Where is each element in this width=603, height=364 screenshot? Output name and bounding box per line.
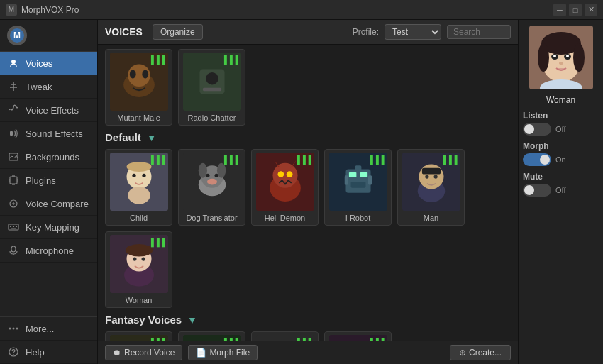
svg-point-26 bbox=[128, 187, 150, 204]
sidebar-logo: M bbox=[0, 20, 97, 52]
dwarf-thumb: ▐▐▐ bbox=[110, 335, 168, 341]
sidebar-item-voice-compare[interactable]: Voice Compare bbox=[0, 192, 97, 216]
signal-icon: ▐▐▐ bbox=[367, 155, 384, 164]
voices-label: Voices bbox=[26, 58, 52, 69]
hell-demon-name: Hell Demon bbox=[255, 214, 315, 222]
key-mapping-label: Key Mapping bbox=[26, 222, 79, 233]
morph-track[interactable] bbox=[523, 153, 551, 166]
sidebar-bottom: More... Help bbox=[0, 316, 97, 364]
voice-card-giant[interactable]: ▐▐▐ Giant bbox=[251, 331, 319, 341]
svg-rect-8 bbox=[10, 226, 11, 227]
morph-toggle[interactable]: On bbox=[523, 153, 599, 166]
svg-point-56 bbox=[133, 257, 136, 260]
svg-point-83 bbox=[573, 43, 585, 72]
giant-thumb: ▐▐▐ bbox=[256, 335, 314, 341]
window-controls: ─ □ ✕ bbox=[553, 4, 597, 16]
section-fantasy-header: Fantasy Voices ▼ bbox=[105, 314, 511, 326]
sidebar-item-plugins[interactable]: Plugins bbox=[0, 169, 97, 192]
voice-card-dog-translator[interactable]: ▐▐▐ Dog Translator bbox=[178, 149, 245, 226]
svg-point-21 bbox=[142, 70, 148, 78]
sidebar-item-sound-effects[interactable]: Sound Effects bbox=[0, 122, 97, 145]
mute-track[interactable] bbox=[523, 184, 551, 197]
svg-rect-9 bbox=[13, 226, 14, 227]
dog-translator-thumb: ▐▐▐ bbox=[183, 153, 241, 211]
content-area: VOICES Organize Profile: Test ▐▐▐ bbox=[98, 20, 518, 364]
section-fantasy-title: Fantasy Voices bbox=[105, 314, 182, 326]
microphone-icon bbox=[7, 244, 20, 257]
man-name: Man bbox=[401, 214, 461, 222]
listen-toggle[interactable]: Off bbox=[523, 123, 599, 136]
sidebar-item-voices[interactable]: Voices bbox=[0, 52, 97, 75]
voice-compare-icon bbox=[7, 197, 20, 210]
radio-chatter-name: Radio Chatter bbox=[182, 114, 242, 122]
record-voice-button[interactable]: ⏺ Record Voice bbox=[105, 345, 182, 360]
voice-card-female-pixie[interactable]: ▐▐▐ Female Pixie bbox=[178, 331, 245, 341]
sidebar-item-backgrounds[interactable]: Backgrounds bbox=[0, 145, 97, 169]
i-robot-name: I Robot bbox=[328, 214, 388, 222]
voice-card-radio-chatter[interactable]: ▐▐▐ Radio Chatter bbox=[178, 49, 245, 126]
sidebar-item-more[interactable]: More... bbox=[0, 317, 97, 341]
svg-rect-42 bbox=[348, 172, 356, 177]
mute-state: Off bbox=[555, 186, 565, 194]
create-icon: ⊕ bbox=[459, 348, 466, 358]
child-name: Child bbox=[109, 214, 169, 222]
listen-label: Listen bbox=[523, 111, 599, 121]
record-icon: ⏺ bbox=[113, 348, 121, 358]
signal-icon: ▐▐▐ bbox=[294, 338, 311, 341]
radio-chatter-thumb: ▐▐▐ bbox=[183, 53, 241, 111]
mutant-male-name: Mutant Male bbox=[109, 114, 169, 122]
voice-card-woman[interactable]: ▐▐▐ Woman bbox=[105, 231, 172, 308]
svg-point-39 bbox=[277, 171, 284, 177]
svg-point-28 bbox=[142, 174, 145, 177]
voice-card-man[interactable]: ▐▐▐ Man bbox=[397, 149, 465, 226]
help-label: Help bbox=[26, 347, 45, 358]
voice-card-child[interactable]: ▐▐▐ Child bbox=[105, 149, 172, 226]
voice-card-hell-demon[interactable]: ▐▐▐ Hell Demon bbox=[251, 149, 319, 226]
search-input[interactable] bbox=[447, 25, 511, 39]
svg-rect-45 bbox=[344, 175, 348, 184]
voice-compare-label: Voice Compare bbox=[26, 199, 89, 209]
child-thumb: ▐▐▐ bbox=[110, 153, 168, 211]
minimize-button[interactable]: ─ bbox=[553, 4, 566, 16]
voice-card-dwarf[interactable]: ▐▐▐ Dwarf bbox=[105, 331, 172, 341]
app-icon: M bbox=[6, 4, 17, 16]
svg-point-35 bbox=[214, 174, 218, 177]
voices-container[interactable]: ▐▐▐ Mutant Male ▐▐▐ bbox=[98, 45, 518, 341]
create-button[interactable]: ⊕ Create... bbox=[450, 345, 511, 360]
sidebar-item-tweak[interactable]: Tweak bbox=[0, 75, 97, 99]
listen-track[interactable] bbox=[523, 123, 551, 136]
voice-card-nasty-gnome[interactable]: ▐▐▐ Nasty Gnome bbox=[324, 331, 392, 341]
morph-toggle-row: Morph On bbox=[523, 141, 599, 166]
svg-point-29 bbox=[126, 162, 151, 172]
svg-point-36 bbox=[207, 179, 217, 185]
hell-demon-thumb: ▐▐▐ bbox=[256, 153, 314, 211]
titlebar: M MorphVOX Pro ─ □ ✕ bbox=[0, 0, 603, 20]
close-button[interactable]: ✕ bbox=[585, 4, 597, 16]
key-mapping-icon bbox=[7, 221, 20, 233]
morph-state: On bbox=[555, 155, 566, 164]
sidebar-item-key-mapping[interactable]: Key Mapping bbox=[0, 216, 97, 239]
svg-rect-11 bbox=[11, 228, 16, 229]
tweak-icon bbox=[7, 80, 20, 93]
voice-effects-label: Voice Effects bbox=[26, 105, 79, 116]
selected-voice-name: Woman bbox=[546, 95, 575, 105]
svg-point-87 bbox=[566, 55, 569, 57]
svg-point-34 bbox=[206, 174, 209, 177]
morph-file-icon: 📄 bbox=[196, 348, 206, 358]
maximize-button[interactable]: □ bbox=[569, 4, 582, 16]
voice-card-mutant-male[interactable]: ▐▐▐ Mutant Male bbox=[105, 49, 172, 126]
sidebar-nav: Voices Tweak Voice Effects Sound Effects bbox=[0, 52, 97, 316]
profile-select[interactable]: Test bbox=[385, 24, 441, 40]
signal-icon: ▐▐▐ bbox=[441, 155, 457, 164]
sidebar-item-microphone[interactable]: Microphone bbox=[0, 239, 97, 263]
organize-button[interactable]: Organize bbox=[153, 24, 203, 40]
mutant-male-thumb: ▐▐▐ bbox=[110, 53, 168, 111]
voice-card-i-robot[interactable]: ▐▐▐ I Robot bbox=[324, 149, 392, 226]
backgrounds-label: Backgrounds bbox=[26, 152, 79, 162]
morph-file-button[interactable]: 📄 Morph File bbox=[188, 345, 258, 360]
sidebar-item-help[interactable]: Help bbox=[0, 341, 97, 364]
mute-toggle[interactable]: Off bbox=[523, 184, 599, 197]
sidebar-item-voice-effects[interactable]: Voice Effects bbox=[0, 99, 97, 122]
mute-toggle-row: Mute Off bbox=[523, 172, 599, 197]
app-title: MorphVOX Pro bbox=[21, 5, 549, 15]
